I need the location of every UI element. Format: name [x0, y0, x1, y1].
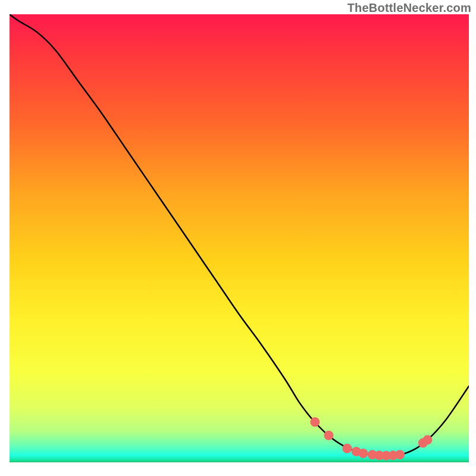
chart-container: TheBottleNecker.com — [0, 0, 476, 476]
curve-marker — [395, 450, 405, 459]
curve-layer — [10, 14, 469, 462]
attribution-text: TheBottleNecker.com — [347, 1, 471, 15]
curve-marker — [423, 435, 433, 444]
bottleneck-curve — [10, 14, 469, 456]
curve-marker — [342, 444, 352, 453]
curve-marker — [324, 431, 334, 440]
curve-markers — [310, 417, 432, 460]
curve-marker — [358, 449, 368, 458]
curve-marker — [310, 417, 320, 427]
